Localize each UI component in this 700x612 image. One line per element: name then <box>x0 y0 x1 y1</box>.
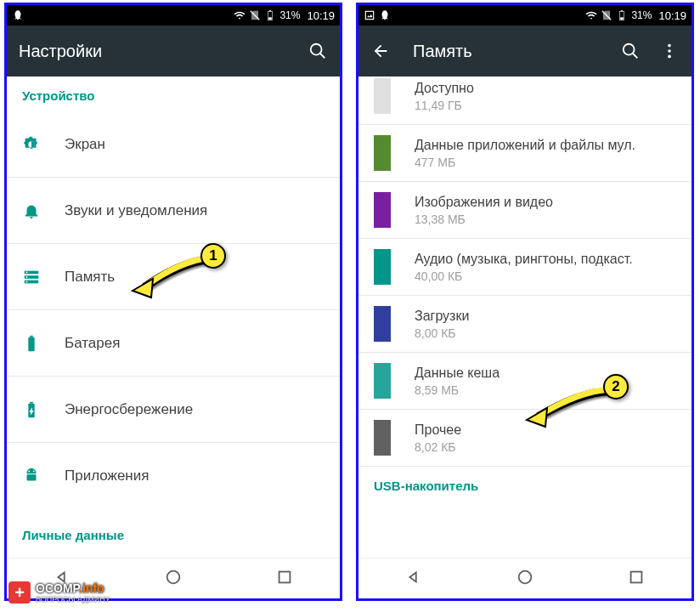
svg-point-9 <box>26 271 28 273</box>
storage-sub: 8,59 МБ <box>415 382 500 397</box>
storage-title: Данные кеша <box>415 365 500 382</box>
row-battery[interactable]: Батарея <box>7 310 340 377</box>
row-storage[interactable]: Память <box>7 244 340 310</box>
more-vert-icon <box>660 42 679 60</box>
svg-rect-15 <box>30 401 33 403</box>
storage-row-other[interactable]: Прочее 8,02 КБ <box>358 410 692 467</box>
arrow-back-icon <box>371 42 390 60</box>
rocket-icon <box>379 9 391 21</box>
svg-point-3 <box>311 44 322 55</box>
status-bar: 31% 10:19 <box>358 5 692 26</box>
screenshot-icon <box>364 9 375 21</box>
battery-percent: 31% <box>631 9 652 21</box>
storage-row-available[interactable]: Доступно 11,49 ГБ <box>358 76 692 125</box>
battery-icon <box>264 9 276 21</box>
watermark: + OCOMP.info ВОПРОСЫ АДМИНУ <box>8 581 110 604</box>
svg-point-10 <box>26 276 28 278</box>
svg-rect-24 <box>621 17 624 20</box>
back-button[interactable] <box>370 41 391 61</box>
section-header-personal: Личные данные <box>7 509 340 551</box>
svg-point-25 <box>624 44 635 55</box>
row-apps[interactable]: Приложения <box>7 443 340 509</box>
storage-sub: 477 МБ <box>415 154 635 169</box>
color-swatch <box>374 78 391 114</box>
color-swatch <box>374 363 391 399</box>
app-bar: Настройки <box>7 26 340 76</box>
overflow-button[interactable] <box>659 41 680 61</box>
battery-icon <box>22 334 41 353</box>
storage-title: Данные приложений и файлы мул. <box>415 137 635 154</box>
section-header-device: Устройство <box>7 76 340 111</box>
storage-row-images[interactable]: Изображения и видео 13,38 МБ <box>358 182 692 239</box>
nav-back[interactable] <box>404 568 423 590</box>
storage-sub: 11,49 ГБ <box>415 97 474 112</box>
watermark-tld: .info <box>79 581 104 595</box>
svg-rect-16 <box>27 474 37 480</box>
svg-point-30 <box>519 570 532 583</box>
storage-title: Изображения и видео <box>415 194 553 211</box>
svg-rect-1 <box>269 10 271 11</box>
row-label: Энергосбережение <box>65 401 193 418</box>
wifi-icon <box>234 9 246 21</box>
watermark-sub: ВОПРОСЫ АДМИНУ <box>36 595 110 604</box>
color-swatch <box>374 192 391 228</box>
search-icon <box>308 42 327 60</box>
storage-row-apps[interactable]: Данные приложений и файлы мул. 477 МБ <box>358 125 692 182</box>
power-save-icon <box>22 400 41 419</box>
svg-point-28 <box>668 49 671 53</box>
search-button[interactable] <box>308 41 328 61</box>
page-title: Настройки <box>19 42 289 61</box>
storage-title: Доступно <box>415 80 474 97</box>
svg-point-18 <box>33 471 35 473</box>
nav-bar <box>358 558 692 598</box>
row-powersave[interactable]: Энергосбережение <box>7 377 340 443</box>
svg-rect-31 <box>630 571 641 582</box>
nav-recent[interactable] <box>627 568 646 590</box>
color-swatch <box>374 135 391 171</box>
brightness-icon <box>22 135 41 154</box>
storage-title: Загрузки <box>415 308 469 325</box>
svg-point-19 <box>167 570 180 583</box>
no-sim-icon <box>249 9 261 21</box>
clock: 10:19 <box>307 9 335 22</box>
watermark-brand: OCOMP <box>36 581 79 595</box>
storage-row-cache[interactable]: Данные кеша 8,59 МБ <box>358 353 692 410</box>
storage-title: Прочее <box>415 422 461 439</box>
storage-row-downloads[interactable]: Загрузки 8,00 КБ <box>358 296 692 353</box>
row-sounds[interactable]: Звуки и уведомления <box>7 178 340 244</box>
storage-row-audio[interactable]: Аудио (музыка, рингтоны, подкаст. 40,00 … <box>358 239 692 296</box>
svg-point-11 <box>26 280 28 282</box>
storage-list: Доступно 11,49 ГБ Данные приложений и фа… <box>358 76 692 467</box>
row-label: Батарея <box>65 335 120 352</box>
svg-rect-2 <box>269 17 273 20</box>
app-bar: Память <box>358 26 692 76</box>
settings-list: Экран Звуки и уведомления Память Батарея <box>7 111 340 509</box>
phone-storage-screen: 31% 10:19 Память Доступно 11,49 ГБ <box>356 3 694 601</box>
search-icon <box>621 42 640 60</box>
storage-sub: 8,00 КБ <box>415 325 469 340</box>
nav-recent[interactable] <box>275 568 294 590</box>
rocket-icon <box>12 9 24 21</box>
wifi-icon <box>585 9 597 21</box>
page-title: Память <box>413 42 601 61</box>
svg-rect-23 <box>621 10 623 11</box>
row-display[interactable]: Экран <box>7 111 340 178</box>
phone-settings-screen: 31% 10:19 Настройки Устройство Экран Зву… <box>4 3 342 601</box>
watermark-logo: + <box>8 581 31 604</box>
nav-home[interactable] <box>516 568 534 590</box>
svg-point-29 <box>668 55 671 59</box>
search-button[interactable] <box>620 41 641 61</box>
storage-icon <box>22 268 41 286</box>
status-bar: 31% 10:19 <box>7 5 340 26</box>
svg-point-27 <box>668 44 671 48</box>
no-sim-icon <box>601 9 612 21</box>
svg-point-17 <box>28 471 30 473</box>
color-swatch <box>374 420 391 456</box>
storage-sub: 40,00 КБ <box>415 268 633 283</box>
svg-rect-21 <box>365 11 373 19</box>
svg-line-4 <box>320 54 325 59</box>
svg-rect-13 <box>30 335 33 337</box>
nav-home[interactable] <box>164 568 183 590</box>
color-swatch <box>374 306 391 342</box>
row-label: Экран <box>65 136 105 153</box>
